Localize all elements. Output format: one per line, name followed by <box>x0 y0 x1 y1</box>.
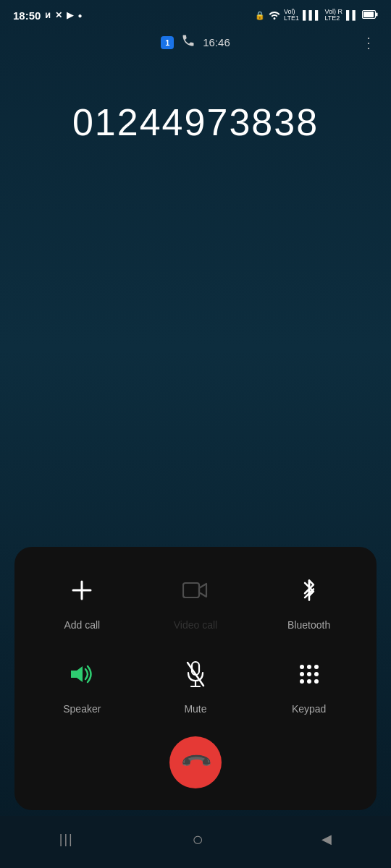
call-badge: 1 <box>161 36 174 49</box>
notify-icon: ᴎ <box>45 10 51 20</box>
call-phone-icon <box>181 33 196 51</box>
end-call-button[interactable]: 📞 <box>169 736 222 788</box>
svg-rect-2 <box>376 13 378 17</box>
phone-number: 01244973838 <box>72 101 319 144</box>
time-display: 18:50 <box>13 9 41 22</box>
battery-icon <box>362 10 378 20</box>
speaker-button[interactable]: Speaker <box>29 652 135 715</box>
svg-point-17 <box>314 672 319 676</box>
signal2-bars: ▌▌ <box>346 10 358 20</box>
keypad-icon-wrap <box>287 652 331 696</box>
lte1-label: Vol)LTE1 <box>284 9 299 22</box>
add-call-icon-wrap <box>60 569 104 612</box>
call-duration: 16:46 <box>203 36 230 48</box>
lock-icon: 🔒 <box>255 11 265 20</box>
svg-point-20 <box>314 679 319 684</box>
youtube-icon: ▶ <box>67 10 73 20</box>
signal1-bars: ▌▌▌ <box>303 10 321 20</box>
svg-point-15 <box>300 672 304 676</box>
status-right: 🔒 Vol)LTE1 ▌▌▌ Vol) RLTE2 ▌▌ <box>255 9 378 22</box>
bluetooth-button[interactable]: Bluetooth <box>256 569 362 631</box>
dot-icon: ● <box>77 12 82 20</box>
status-left: 18:50 ᴎ ✕ ▶ ● <box>13 9 82 22</box>
add-call-label: Add call <box>64 619 100 631</box>
lte2-label: Vol) RLTE2 <box>324 9 342 22</box>
wifi-icon <box>269 9 280 22</box>
bluetooth-label: Bluetooth <box>287 619 330 631</box>
end-call-row: 📞 <box>29 736 362 796</box>
svg-marker-7 <box>71 666 83 682</box>
x-icon: ✕ <box>55 10 62 20</box>
keypad-label: Keypad <box>292 703 326 715</box>
call-notification-bar: 1 16:46 ⋮ <box>0 27 391 57</box>
speaker-label: Speaker <box>63 703 101 715</box>
home-button[interactable]: ○ <box>192 830 203 848</box>
video-call-icon-wrap <box>174 569 217 612</box>
more-options-icon[interactable]: ⋮ <box>361 34 377 51</box>
phone-number-area: 01244973838 <box>0 57 391 173</box>
bluetooth-icon-wrap <box>287 569 331 612</box>
recent-apps-button[interactable]: ||| <box>59 832 74 847</box>
svg-point-14 <box>314 665 319 669</box>
keypad-button[interactable]: Keypad <box>256 652 362 715</box>
svg-rect-5 <box>183 583 199 597</box>
status-bar: 18:50 ᴎ ✕ ▶ ● 🔒 Vol)LTE1 ▌▌▌ Vol) RLTE2 … <box>0 0 391 27</box>
back-button[interactable]: ◀ <box>321 831 332 847</box>
control-panel: Add call Video call Bluetooth <box>14 547 377 810</box>
mute-button[interactable]: Mute <box>143 652 249 715</box>
svg-rect-1 <box>363 12 374 17</box>
controls-grid: Add call Video call Bluetooth <box>29 569 362 715</box>
svg-point-12 <box>300 665 304 669</box>
mute-icon-wrap <box>174 652 217 696</box>
navigation-bar: ||| ○ ◀ <box>0 816 391 868</box>
svg-point-18 <box>300 679 304 684</box>
video-call-label: Video call <box>174 619 217 631</box>
add-call-button[interactable]: Add call <box>29 569 135 631</box>
svg-point-19 <box>307 679 311 684</box>
mute-label: Mute <box>184 703 206 715</box>
svg-point-16 <box>307 672 311 676</box>
speaker-icon-wrap <box>60 652 104 696</box>
svg-point-13 <box>307 665 311 669</box>
video-call-button[interactable]: Video call <box>143 569 249 631</box>
